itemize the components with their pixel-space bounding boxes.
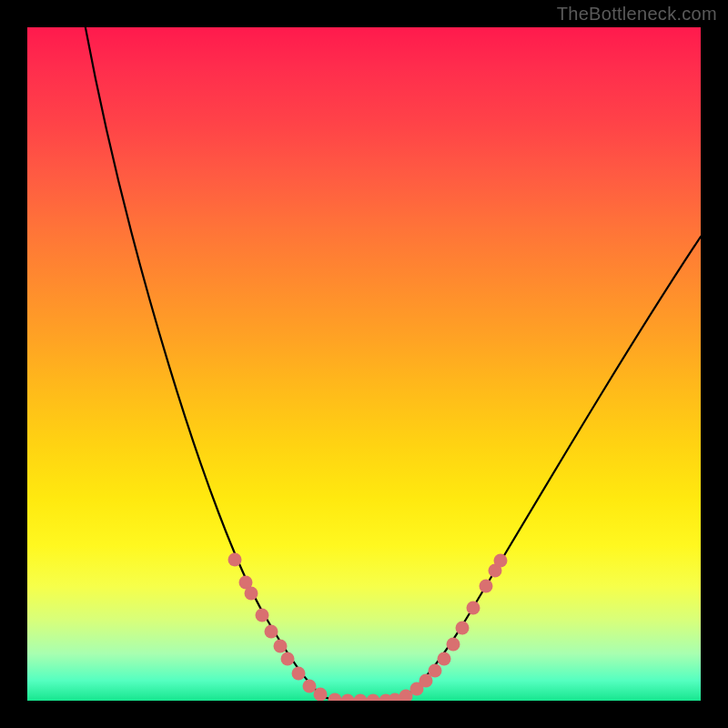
right-branch-points <box>399 554 508 702</box>
plot-area <box>27 27 701 701</box>
data-point <box>265 625 278 639</box>
data-point <box>245 587 258 601</box>
data-point <box>367 694 380 702</box>
chart-container: TheBottleneck.com <box>0 0 728 728</box>
data-point <box>274 640 288 653</box>
data-point <box>341 694 355 702</box>
floor-points <box>329 693 402 702</box>
left-branch-points <box>228 553 328 702</box>
data-point <box>329 693 342 702</box>
data-point <box>467 602 480 615</box>
data-point <box>303 680 317 693</box>
data-point <box>354 694 368 702</box>
data-point <box>429 664 442 678</box>
data-point <box>281 652 295 666</box>
watermark-text: TheBottleneck.com <box>557 4 717 25</box>
data-point <box>494 554 508 568</box>
data-point <box>256 609 269 622</box>
data-point <box>456 622 470 635</box>
data-point <box>480 580 493 593</box>
curve-svg <box>27 27 701 701</box>
data-point <box>314 688 328 702</box>
data-point <box>292 667 306 681</box>
data-point <box>438 652 451 666</box>
data-point <box>447 638 460 652</box>
data-point <box>228 553 242 567</box>
left-branch-path <box>84 27 337 701</box>
right-branch-path <box>391 237 701 701</box>
